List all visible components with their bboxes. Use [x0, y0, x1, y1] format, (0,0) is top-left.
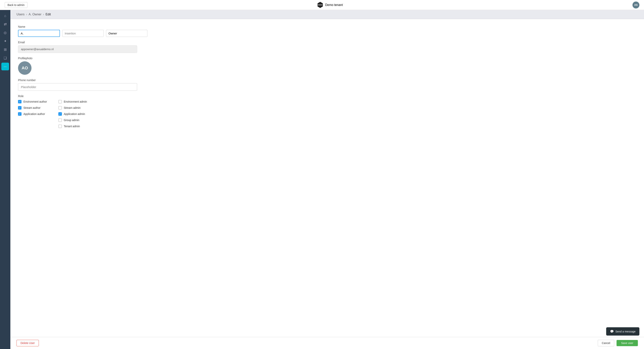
name-label: Name	[18, 25, 137, 28]
cancel-button[interactable]: Cancel	[598, 340, 614, 346]
checkbox-stream-admin[interactable]	[58, 106, 62, 110]
role-item: Application author	[18, 112, 47, 116]
role-item: Environment author	[18, 100, 47, 103]
save-user-button[interactable]: Save user	[616, 340, 638, 346]
breadcrumb-owner[interactable]: A. Owner	[28, 13, 42, 16]
sidebar-grid-icon[interactable]: ⊞	[1, 46, 9, 54]
phone-input[interactable]	[18, 83, 137, 91]
checkbox-app-admin[interactable]	[58, 112, 62, 116]
email-label: Email	[18, 41, 137, 44]
breadcrumb-edit: Edit	[46, 13, 51, 16]
role-item: Tenant admin	[58, 125, 87, 128]
sidebar-monitor-icon[interactable]: ◎	[1, 29, 9, 37]
role-section: Role Environment authorStream authorAppl…	[18, 95, 137, 128]
bottom-right-actions: Cancel Save user	[598, 340, 638, 346]
role-label: Role	[18, 95, 137, 98]
sidebar-home-icon[interactable]: ⌂	[1, 12, 9, 20]
checkbox-env-author[interactable]	[18, 100, 22, 103]
checkbox-tenant-admin[interactable]	[58, 125, 62, 128]
breadcrumb-sep-1: ›	[26, 13, 27, 16]
insertion-input[interactable]	[62, 30, 104, 37]
role-item: Stream admin	[58, 106, 87, 110]
tenant-info: DEMO Demo tenant	[317, 2, 343, 8]
first-name-input[interactable]	[18, 30, 60, 37]
sidebar: ⌂ ⇄ ◎ ✦ ⊞ ❑ ···	[0, 10, 10, 349]
role-item: Environment admin	[58, 100, 87, 103]
checkbox-group-admin[interactable]	[58, 118, 62, 122]
send-message-button[interactable]: 💬 Send a message	[606, 327, 640, 335]
back-to-admin-button[interactable]: Back to admin	[4, 2, 28, 8]
content-area: Users › A. Owner › Edit Name Email	[10, 10, 644, 349]
email-input	[18, 45, 137, 53]
main-layout: ⌂ ⇄ ◎ ✦ ⊞ ❑ ··· Users › A. Owner › Edit …	[0, 10, 644, 349]
role-label-stream-author: Stream author	[24, 106, 40, 109]
send-message-label: Send a message	[616, 330, 636, 333]
checkbox-env-admin[interactable]	[58, 100, 62, 103]
role-label-app-author: Application author	[24, 112, 45, 116]
sidebar-flow-icon[interactable]: ⇄	[1, 20, 9, 28]
role-label-tenant-admin: Tenant admin	[64, 125, 80, 128]
role-label-stream-admin: Stream admin	[64, 106, 80, 109]
breadcrumb-users[interactable]: Users	[16, 13, 24, 16]
top-navbar: Back to admin DEMO Demo tenant AS	[0, 0, 644, 10]
role-label-env-author: Environment author	[24, 100, 47, 103]
tenant-name: Demo tenant	[325, 3, 343, 7]
sidebar-more-icon[interactable]: ···	[1, 63, 9, 70]
message-icon: 💬	[610, 329, 614, 333]
sidebar-users-icon[interactable]: ✦	[1, 37, 9, 45]
role-item: Application admin	[58, 112, 87, 116]
sidebar-docs-icon[interactable]: ❑	[1, 54, 9, 62]
name-row	[18, 30, 137, 37]
role-label-group-admin: Group admin	[64, 119, 79, 122]
breadcrumb: Users › A. Owner › Edit	[10, 10, 644, 19]
profile-photo-label: Profilephoto	[18, 57, 137, 60]
user-avatar[interactable]: AS	[632, 2, 640, 9]
role-label-app-admin: Application admin	[64, 112, 85, 116]
role-item: Group admin	[58, 118, 87, 122]
role-columns: Environment authorStream authorApplicati…	[18, 100, 137, 128]
main-content: Name Email Profilephoto AO Phone number	[10, 19, 644, 337]
checkbox-stream-author[interactable]	[18, 106, 22, 110]
tenant-logo: DEMO	[317, 2, 323, 8]
bottom-bar: Delete User Cancel Save user	[10, 337, 644, 349]
checkbox-app-author[interactable]	[18, 112, 22, 116]
last-name-input[interactable]	[106, 30, 148, 37]
delete-user-button[interactable]: Delete User	[16, 340, 39, 346]
avatar: AO	[18, 61, 32, 75]
profile-photo-section: Profilephoto AO	[18, 57, 137, 75]
role-left-column: Environment authorStream authorApplicati…	[18, 100, 47, 128]
role-right-column: Environment adminStream adminApplication…	[58, 100, 87, 128]
phone-label: Phone number	[18, 79, 137, 82]
user-edit-form: Name Email Profilephoto AO Phone number	[18, 25, 137, 128]
role-label-env-admin: Environment admin	[64, 100, 87, 103]
breadcrumb-sep-2: ›	[43, 13, 44, 16]
role-item: Stream author	[18, 106, 47, 110]
